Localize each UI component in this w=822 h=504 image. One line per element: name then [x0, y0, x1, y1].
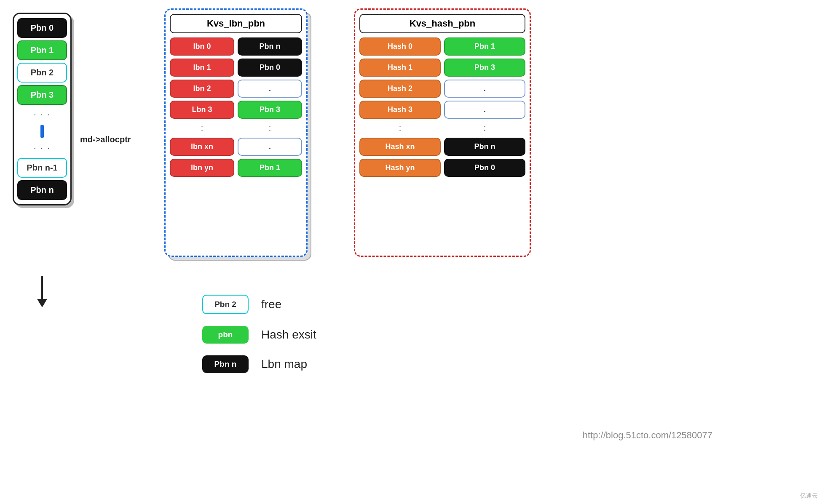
lbn-2-val: . — [238, 80, 302, 98]
lbn-yn-val: Pbn 1 — [238, 159, 302, 177]
lbn-dots-val: : — [238, 122, 302, 135]
lbn-row-1: lbn 1 Pbn 0 — [170, 59, 302, 77]
pbn-column: Pbn 0 Pbn 1 Pbn 2 Pbn 3 · · · · · · Pbn … — [13, 13, 72, 205]
legend-hash-exit-box: pbn — [202, 326, 249, 344]
hash-1-val: Pbn 3 — [444, 59, 525, 77]
hash-dots-key: : — [359, 122, 441, 135]
pbn-n: Pbn n — [17, 180, 67, 200]
pbn-dots-1: · · · — [17, 107, 67, 122]
hash-3-key: Hash 3 — [359, 101, 441, 119]
pbn-0: Pbn 0 — [17, 18, 67, 38]
lbn-0-val: Pbn n — [238, 37, 302, 56]
kvs-hash-title: Kvs_hash_pbn — [359, 14, 525, 33]
lbn-row-2: lbn 2 . — [170, 80, 302, 98]
kvs-lbn-table: lbn 0 Pbn n lbn 1 Pbn 0 lbn 2 . Lbn 3 Pb… — [170, 37, 302, 177]
hash-xn-key: Hash xn — [359, 138, 441, 156]
lbn-1-key: lbn 1 — [170, 59, 234, 77]
lbn-2-key: lbn 2 — [170, 80, 234, 98]
lbn-1-val: Pbn 0 — [238, 59, 302, 77]
lbn-xn-key: lbn xn — [170, 138, 234, 156]
hash-row-1: Hash 1 Pbn 3 — [359, 59, 525, 77]
watermark: 亿速云 — [800, 492, 818, 500]
pbn-1: Pbn 1 — [17, 40, 67, 60]
hash-row-yn: Hash yn Pbn 0 — [359, 159, 525, 177]
pbn-2: Pbn 2 — [17, 63, 67, 83]
kvs-lbn-title: Kvs_lbn_pbn — [170, 14, 302, 33]
pbn-3: Pbn 3 — [17, 85, 67, 105]
legend-free: Pbn 2 free — [202, 295, 316, 314]
legend-free-box: Pbn 2 — [202, 295, 249, 314]
hash-0-val: Pbn 1 — [444, 37, 525, 56]
hash-1-key: Hash 1 — [359, 59, 441, 77]
hash-row-3: Hash 3 . — [359, 101, 525, 119]
md-alloc-label: md->allocptr — [80, 135, 131, 144]
legend-lbn-map-box: Pbn n — [202, 355, 249, 373]
pbn-n-1: Pbn n-1 — [17, 158, 67, 178]
legend-free-label: free — [261, 298, 281, 311]
lbn-row-dots: : : — [170, 122, 302, 135]
pbn-dot-indicator — [17, 124, 67, 139]
lbn-0-key: lbn 0 — [170, 37, 234, 56]
legend-hash-exit-label: Hash exsit — [261, 328, 316, 341]
url-text: http://blog.51cto.com/12580077 — [583, 430, 712, 441]
hash-2-val: . — [444, 80, 525, 98]
kvs-hash-table: Hash 0 Pbn 1 Hash 1 Pbn 3 Hash 2 . Hash … — [359, 37, 525, 177]
kvs-lbn-box: Kvs_lbn_pbn lbn 0 Pbn n lbn 1 Pbn 0 lbn … — [164, 8, 308, 257]
hash-dots-val: : — [444, 122, 525, 135]
legend-hash-exit: pbn Hash exsit — [202, 326, 316, 344]
lbn-3-key: Lbn 3 — [170, 101, 234, 119]
lbn-3-val: Pbn 3 — [238, 101, 302, 119]
hash-row-2: Hash 2 . — [359, 80, 525, 98]
lbn-row-3: Lbn 3 Pbn 3 — [170, 101, 302, 119]
lbn-row-xn: lbn xn . — [170, 138, 302, 156]
legend-lbn-map: Pbn n Lbn map — [202, 355, 316, 373]
lbn-row-0: lbn 0 Pbn n — [170, 37, 302, 56]
hash-xn-val: Pbn n — [444, 138, 525, 156]
lbn-yn-key: lbn yn — [170, 159, 234, 177]
lbn-row-yn: lbn yn Pbn 1 — [170, 159, 302, 177]
hash-3-val: . — [444, 101, 525, 119]
hash-0-key: Hash 0 — [359, 37, 441, 56]
hash-row-xn: Hash xn Pbn n — [359, 138, 525, 156]
hash-yn-val: Pbn 0 — [444, 159, 525, 177]
hash-row-dots: : : — [359, 122, 525, 135]
lbn-xn-val: . — [238, 138, 302, 156]
hash-yn-key: Hash yn — [359, 159, 441, 177]
legend: Pbn 2 free pbn Hash exsit Pbn n Lbn map — [202, 295, 316, 373]
hash-2-key: Hash 2 — [359, 80, 441, 98]
pbn-dots-2: · · · — [17, 141, 67, 155]
down-arrow — [37, 276, 47, 307]
legend-lbn-map-label: Lbn map — [261, 357, 307, 371]
kvs-hash-box: Kvs_hash_pbn Hash 0 Pbn 1 Hash 1 Pbn 3 H… — [354, 8, 531, 257]
lbn-dots-key: : — [170, 122, 234, 135]
hash-row-0: Hash 0 Pbn 1 — [359, 37, 525, 56]
